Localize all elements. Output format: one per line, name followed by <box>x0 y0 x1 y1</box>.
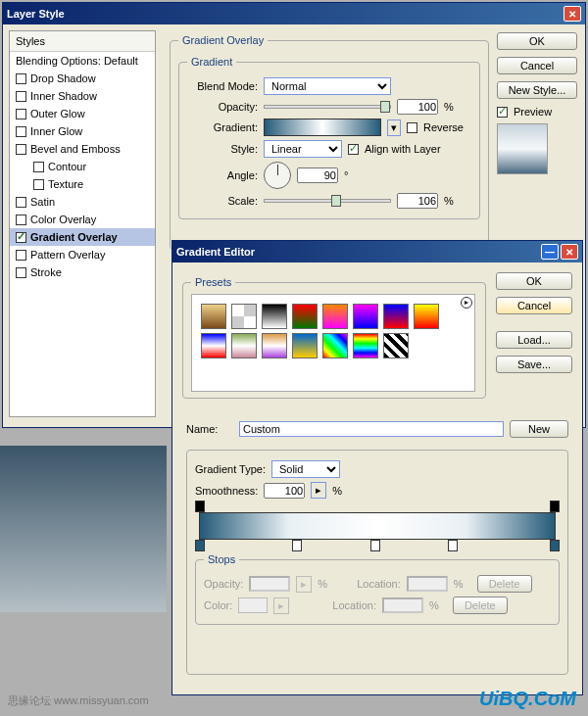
presets-group: Presets ▸ <box>182 276 486 399</box>
stops-location-input <box>407 576 448 592</box>
stepper-icon: ▸ <box>296 576 312 593</box>
gradient-subgroup: Gradient Blend Mode: Normal Opacity: % G… <box>178 56 480 219</box>
stops-group: Stops Opacity: ▸ % Location: % Delete Co… <box>195 553 560 625</box>
name-input[interactable] <box>239 421 504 437</box>
style-item-gradient-overlay[interactable]: Gradient Overlay <box>10 228 155 246</box>
angle-label: Angle: <box>187 169 258 181</box>
style-item-drop-shadow[interactable]: Drop Shadow <box>10 70 155 87</box>
style-item-pattern-overlay[interactable]: Pattern Overlay <box>10 246 155 263</box>
checkbox-icon[interactable] <box>16 215 26 225</box>
color-stop[interactable] <box>292 540 302 551</box>
close-icon[interactable]: ✕ <box>564 6 581 22</box>
scale-input[interactable] <box>397 193 438 209</box>
color-stop[interactable] <box>448 540 458 551</box>
align-checkbox[interactable] <box>348 144 359 155</box>
opacity-stop[interactable] <box>195 501 205 512</box>
checkbox-icon[interactable] <box>33 162 44 172</box>
stops-color-label: Color: <box>204 599 232 611</box>
gradient-swatch[interactable] <box>264 119 381 136</box>
gradient-overlay-group: Gradient Overlay Gradient Blend Mode: No… <box>170 34 489 250</box>
dropdown-icon[interactable]: ▾ <box>387 119 401 136</box>
stops-location-input2 <box>382 597 423 613</box>
style-select[interactable]: Linear <box>264 140 342 158</box>
color-swatch <box>238 597 268 613</box>
style-item-bevel[interactable]: Bevel and Emboss <box>10 140 155 158</box>
checkbox-icon[interactable] <box>16 197 26 208</box>
ge-load-button[interactable]: Load... <box>496 331 572 349</box>
checkbox-icon[interactable] <box>16 250 26 261</box>
blend-mode-label: Blend Mode: <box>187 80 258 92</box>
gradient-type-label: Gradient Type: <box>195 463 266 475</box>
name-label: Name: <box>186 423 233 435</box>
style-label: Style: <box>187 143 258 155</box>
titlebar: Gradient Editor — ✕ <box>172 241 582 263</box>
style-item-contour[interactable]: Contour <box>10 158 155 175</box>
checkbox-icon[interactable] <box>16 126 26 137</box>
smoothness-input[interactable] <box>264 483 305 499</box>
stops-opacity-input <box>249 576 290 592</box>
ok-button[interactable]: OK <box>497 32 577 50</box>
style-item-outer-glow[interactable]: Outer Glow <box>10 105 155 122</box>
opacity-stop[interactable] <box>550 501 560 512</box>
stops-opacity-label: Opacity: <box>204 578 243 590</box>
checkbox-icon[interactable] <box>16 144 26 155</box>
ge-cancel-button[interactable]: Cancel <box>496 297 572 314</box>
cancel-button[interactable]: Cancel <box>497 57 577 74</box>
title-text: Gradient Editor <box>176 246 255 258</box>
checkbox-icon[interactable] <box>16 232 26 243</box>
delete-color-button: Delete <box>453 597 508 614</box>
style-item-satin[interactable]: Satin <box>10 193 155 211</box>
scale-slider[interactable] <box>264 199 391 203</box>
watermark: UiBQ.CoM <box>479 688 576 710</box>
group-title: Gradient Overlay <box>178 34 268 46</box>
titlebar: Layer Style ✕ <box>3 3 585 24</box>
new-button[interactable]: New <box>510 420 568 438</box>
reverse-checkbox[interactable] <box>407 122 417 133</box>
gradient-type-select[interactable]: Solid <box>271 460 340 478</box>
color-stop[interactable] <box>370 540 380 551</box>
ge-ok-button[interactable]: OK <box>496 272 572 290</box>
flyout-icon[interactable]: ▸ <box>461 297 472 309</box>
style-item-inner-shadow[interactable]: Inner Shadow <box>10 87 155 105</box>
preview-checkbox[interactable] <box>497 107 508 118</box>
checkbox-icon[interactable] <box>16 267 26 278</box>
angle-dial[interactable] <box>264 162 291 189</box>
gradient-label: Gradient: <box>187 121 258 133</box>
preview-swatch <box>497 123 548 174</box>
styles-list: Styles Blending Options: Default Drop Sh… <box>9 30 156 417</box>
checkbox-icon[interactable] <box>16 91 26 102</box>
style-item-inner-glow[interactable]: Inner Glow <box>10 122 155 140</box>
scale-label: Scale: <box>187 195 258 207</box>
opacity-slider[interactable] <box>264 105 391 109</box>
gradient-editor-dialog: Gradient Editor — ✕ Presets ▸ <box>172 240 583 695</box>
checkbox-icon[interactable] <box>16 73 26 84</box>
stepper-icon[interactable]: ▸ <box>311 482 326 499</box>
checkbox-icon[interactable] <box>16 109 26 119</box>
opacity-input[interactable] <box>397 99 438 115</box>
stops-location-label: Location: <box>357 578 401 590</box>
close-icon[interactable]: ✕ <box>561 244 578 260</box>
color-stop[interactable] <box>550 540 560 551</box>
style-item-texture[interactable]: Texture <box>10 175 155 193</box>
stops-location-label2: Location: <box>332 599 376 611</box>
blend-mode-select[interactable]: Normal <box>264 77 391 95</box>
new-style-button[interactable]: New Style... <box>497 81 577 99</box>
checkbox-icon[interactable] <box>33 179 44 190</box>
style-item-color-overlay[interactable]: Color Overlay <box>10 211 155 228</box>
gradient-type-group: Gradient Type: Solid Smoothness: ▸ % Sto… <box>186 450 568 675</box>
title-text: Layer Style <box>7 8 65 20</box>
minimize-icon[interactable]: — <box>541 244 559 260</box>
gradient-bar[interactable] <box>199 512 556 540</box>
style-item-stroke[interactable]: Stroke <box>10 263 155 281</box>
smoothness-label: Smoothness: <box>195 485 258 497</box>
color-stop[interactable] <box>195 540 205 551</box>
blending-options-row[interactable]: Blending Options: Default <box>10 52 155 70</box>
angle-input[interactable] <box>297 167 338 183</box>
watermark-source: 思缘论坛 www.missyuan.com <box>8 693 149 708</box>
presets-box[interactable]: ▸ <box>191 294 475 392</box>
ge-save-button[interactable]: Save... <box>496 356 572 373</box>
styles-header[interactable]: Styles <box>10 31 155 52</box>
opacity-label: Opacity: <box>187 101 258 113</box>
delete-opacity-button: Delete <box>477 575 532 593</box>
stepper-icon: ▸ <box>273 597 289 614</box>
